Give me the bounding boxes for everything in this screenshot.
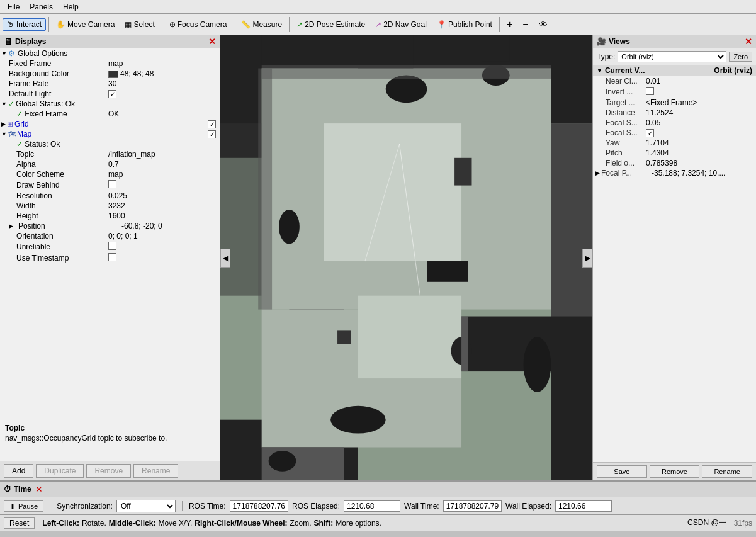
yaw-value[interactable]: 1.7104 — [646, 138, 753, 147]
svg-point-19 — [524, 337, 551, 392]
map-draw-behind-row: Draw Behind — [0, 179, 220, 191]
focal-s1-value[interactable]: 0.05 — [646, 118, 753, 127]
sync-select[interactable]: Off Exact Approximate — [116, 500, 176, 512]
fixed-frame-value[interactable]: map — [108, 59, 218, 68]
right-click-label: Right-Click/Mouse Wheel: — [195, 519, 287, 528]
near-clip-value[interactable]: 0.01 — [646, 77, 753, 86]
svg-rect-14 — [358, 296, 461, 378]
views-type-select[interactable]: Orbit (rviz) — [618, 51, 726, 62]
global-status-expand[interactable]: ▼ — [1, 101, 7, 107]
cursor-icon: 🖱 — [7, 20, 14, 29]
map-row[interactable]: ▼ 🗺 Map ✓ — [0, 129, 220, 139]
reset-button[interactable]: Reset — [4, 517, 35, 529]
target-value[interactable]: <Fixed Frame> — [646, 98, 753, 107]
map-color-scheme-label: Color Scheme — [1, 170, 108, 179]
frame-rate-value[interactable]: 30 — [108, 79, 218, 88]
bg-color-label: Background Color — [1, 69, 108, 78]
pitch-value[interactable]: 1.4304 — [646, 149, 753, 157]
map-expand[interactable]: ▼ — [1, 131, 7, 137]
pitch-label: Pitch — [595, 149, 646, 157]
grid-visibility-checkbox[interactable]: ✓ — [208, 120, 216, 128]
distance-value[interactable]: 11.2524 — [646, 108, 753, 117]
duplicate-button[interactable]: Duplicate — [36, 464, 84, 478]
pose-estimate-button[interactable]: ↗ 2D Pose Estimate — [292, 18, 370, 31]
map-position-value: -60.8; -20; 0 — [121, 222, 218, 230]
eye-icon-button[interactable]: 👁 — [534, 18, 552, 31]
bg-color-value: 48; 48; 48 — [108, 69, 218, 78]
current-view-label: Current V... — [605, 66, 645, 75]
focal-p-row[interactable]: ▶ Focal P... -35.188; 7.3254; 10.... — [593, 168, 756, 178]
nav-right-arrow[interactable]: ▶ — [582, 249, 592, 268]
add-button[interactable]: Add — [4, 464, 33, 478]
map-topic-value[interactable]: /inflation_map — [108, 150, 218, 159]
map-use-timestamp-checkbox[interactable] — [108, 253, 116, 261]
pause-button[interactable]: ⏸ Pause — [4, 500, 43, 512]
add-icon-button[interactable]: + — [502, 17, 517, 32]
global-status-fixed-value: OK — [108, 110, 218, 118]
focal-s1-label: Focal S... — [595, 118, 646, 127]
time-separator-2 — [182, 501, 183, 511]
displays-panel-close[interactable]: ✕ — [208, 37, 216, 47]
menu-help[interactable]: Help — [58, 1, 84, 13]
focal-p-expand[interactable]: ▶ — [595, 170, 601, 176]
map-position-expand[interactable]: ▶ — [1, 223, 13, 229]
toolbar: 🖱 Interact ✋ Move Camera ▦ Select ⊕ Focu… — [0, 14, 756, 35]
remove-button[interactable]: Remove — [86, 464, 131, 478]
global-status-row[interactable]: ▼ ✓ Global Status: Ok — [0, 99, 220, 109]
nav-goal-button[interactable]: ↗ 2D Nav Goal — [371, 18, 431, 31]
shift-desc: More options. — [336, 519, 381, 528]
global-options-expand[interactable]: ▼ — [1, 50, 7, 57]
middle-click-label: Middle-Click: — [109, 519, 156, 528]
toolbar-separator-3 — [234, 17, 234, 32]
current-view-expand[interactable]: ▼ — [597, 67, 602, 74]
views-save-button[interactable]: Save — [597, 465, 647, 478]
field-label: Field o... — [595, 159, 646, 167]
focus-camera-button[interactable]: ⊕ Focus Camera — [165, 18, 232, 31]
grid-label: Grid — [13, 120, 208, 128]
remove-icon-button[interactable]: − — [518, 17, 533, 32]
pitch-row: Pitch 1.4304 — [593, 148, 756, 158]
displays-panel-header: 🖥 Displays ✕ — [0, 35, 220, 48]
measure-button[interactable]: 📏 Measure — [237, 18, 286, 31]
map-viewport[interactable]: ◀ ▶ — [220, 35, 592, 480]
wall-time-value: 1718788207.79 — [443, 500, 502, 512]
move-camera-button[interactable]: ✋ Move Camera — [52, 18, 119, 31]
map-visibility-checkbox[interactable]: ✓ — [208, 130, 216, 138]
map-unreliable-checkbox[interactable] — [108, 242, 116, 250]
views-rename-button[interactable]: Rename — [702, 465, 752, 478]
map-status-row: ✓ Status: Ok — [0, 139, 220, 149]
middle-click-desc: Move X/Y. — [158, 519, 192, 528]
views-remove-button[interactable]: Remove — [650, 465, 700, 478]
time-panel-close[interactable]: ✕ — [35, 484, 43, 494]
bg-color-swatch[interactable] — [108, 71, 118, 78]
time-panel-header: ⏱ Time — [4, 485, 31, 494]
global-options-row[interactable]: ▼ ⚙ Global Options — [0, 48, 220, 59]
nav-left-arrow[interactable]: ◀ — [220, 249, 230, 268]
menu-panels[interactable]: Panels — [25, 1, 58, 13]
distance-row: Distance 11.2524 — [593, 108, 756, 118]
current-view-section[interactable]: ▼ Current V... Orbit (rviz) — [593, 65, 756, 76]
views-zero-button[interactable]: Zero — [729, 52, 752, 62]
map-color-scheme-value[interactable]: map — [108, 170, 218, 179]
near-clip-label: Near Cl... — [595, 77, 646, 86]
map-orientation-label: Orientation — [1, 232, 108, 240]
grid-row[interactable]: ▶ ⊞ Grid ✓ — [0, 119, 220, 129]
move-icon: ✋ — [56, 20, 65, 29]
default-light-checkbox[interactable]: ✓ — [108, 90, 116, 98]
invert-checkbox[interactable] — [646, 87, 654, 95]
menu-file[interactable]: File — [3, 1, 25, 13]
views-panel-close[interactable]: ✕ — [745, 37, 752, 47]
field-value[interactable]: 0.785398 — [646, 159, 753, 167]
grid-expand[interactable]: ▶ — [1, 121, 6, 127]
publish-point-button[interactable]: 📍 Publish Point — [432, 18, 497, 31]
rename-button[interactable]: Rename — [133, 464, 178, 478]
focal-s2-checkbox[interactable]: ✓ — [646, 129, 654, 137]
map-alpha-value[interactable]: 0.7 — [108, 160, 218, 169]
map-unreliable-label: Unreliable — [1, 242, 108, 251]
svg-point-31 — [269, 451, 296, 472]
interact-button[interactable]: 🖱 Interact — [3, 18, 46, 31]
select-button[interactable]: ▦ Select — [120, 18, 159, 31]
target-row: Target ... <Fixed Frame> — [593, 98, 756, 108]
map-position-row[interactable]: ▶ Position -60.8; -20; 0 — [0, 221, 220, 231]
map-draw-behind-checkbox[interactable] — [108, 180, 116, 188]
